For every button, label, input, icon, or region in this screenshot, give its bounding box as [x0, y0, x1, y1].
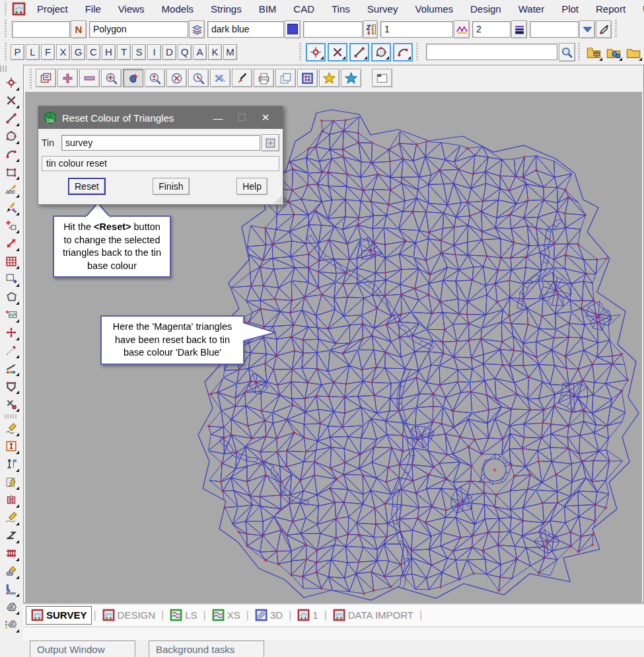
menu-utilities[interactable]: Utilities	[634, 3, 644, 15]
menu-file[interactable]: File	[77, 3, 110, 15]
tab-survey[interactable]: SURVEY	[26, 606, 92, 625]
move-button[interactable]	[3, 324, 20, 341]
target-plus-button[interactable]	[3, 74, 20, 91]
mirror-button[interactable]	[3, 491, 20, 508]
grid-view-button[interactable]	[297, 69, 318, 87]
linestyle-button[interactable]	[454, 20, 470, 38]
rectangle-button[interactable]	[3, 163, 20, 180]
zoom-previous-button[interactable]	[188, 69, 209, 87]
menu-report[interactable]: Report	[587, 3, 634, 15]
pan-button[interactable]	[123, 69, 143, 87]
tin-select-button[interactable]	[262, 134, 279, 151]
function-key-h[interactable]: H	[102, 44, 116, 60]
star-yellow-button[interactable]	[319, 69, 340, 87]
tab-3d[interactable]: 3D	[250, 606, 287, 625]
point-snap-button[interactable]	[306, 43, 326, 61]
railway-button[interactable]	[3, 545, 20, 562]
star-blue-button[interactable]	[341, 69, 361, 87]
image-button[interactable]	[3, 306, 20, 323]
segment-button[interactable]	[3, 110, 20, 127]
app-plan-view-icon[interactable]	[12, 2, 26, 17]
line-snap-button[interactable]	[349, 43, 369, 61]
function-key-s[interactable]: S	[132, 44, 146, 60]
tab-data-import[interactable]: DATA IMPORT	[328, 606, 418, 625]
folder-gears-button[interactable]	[605, 43, 623, 61]
toolbar-grip[interactable]	[415, 42, 419, 61]
menu-cad[interactable]: CAD	[285, 3, 323, 15]
function-key-m[interactable]: M	[223, 44, 237, 60]
arc-button[interactable]	[3, 145, 20, 163]
toolbar-grip[interactable]	[614, 20, 618, 38]
x-cross-button[interactable]	[3, 92, 20, 109]
plus-square-button[interactable]	[3, 217, 20, 234]
hammer-button[interactable]	[3, 562, 20, 580]
colour-input[interactable]	[207, 21, 284, 38]
menu-models[interactable]: Models	[153, 3, 202, 15]
tin-input[interactable]	[61, 135, 260, 151]
function-key-q[interactable]: Q	[178, 44, 192, 60]
output-window-panel[interactable]: Output Window	[30, 640, 135, 657]
toolbar-grip[interactable]	[3, 20, 7, 38]
polygon-button[interactable]	[3, 288, 20, 305]
finish-button[interactable]: Finish	[153, 178, 189, 195]
menu-tins[interactable]: Tins	[323, 3, 359, 15]
folder-cube-button[interactable]	[585, 43, 603, 61]
brush-button[interactable]	[232, 69, 252, 87]
toolbar-grip[interactable]	[577, 42, 581, 61]
reset-button[interactable]: Reset	[68, 178, 106, 195]
measure-button[interactable]	[3, 235, 20, 252]
zoom-inout-button[interactable]	[145, 69, 165, 87]
surveyor-button[interactable]	[3, 455, 20, 473]
toolbar-grip[interactable]	[298, 42, 302, 61]
symbol-input[interactable]	[530, 21, 579, 38]
function-key-d[interactable]: D	[162, 44, 176, 60]
close-button[interactable]: ✕	[254, 112, 277, 124]
resize-grip[interactable]	[274, 196, 282, 204]
delete-cross-button[interactable]	[210, 69, 231, 87]
height-input[interactable]	[303, 21, 363, 38]
colour-swatch-button[interactable]	[285, 20, 301, 38]
folder-plain-button[interactable]	[625, 43, 643, 61]
shield-polygon-button[interactable]	[3, 377, 20, 395]
tab-ls[interactable]: LS	[165, 606, 201, 625]
views-menu-button[interactable]	[36, 69, 56, 87]
tab-1[interactable]: 1	[293, 606, 322, 625]
function-key-p[interactable]: P	[11, 44, 24, 60]
layers-button[interactable]	[189, 20, 205, 38]
pencil-wave-button[interactable]	[3, 420, 20, 437]
colour-line-button[interactable]	[3, 360, 20, 377]
menu-strings[interactable]: Strings	[202, 3, 250, 15]
menu-bim[interactable]: BIM	[250, 3, 285, 15]
toolbar-grip[interactable]	[28, 67, 32, 89]
function-key-k[interactable]: K	[208, 44, 222, 60]
menu-plot[interactable]: Plot	[553, 3, 587, 15]
tin-colour-button[interactable]	[3, 616, 20, 633]
symbol-dropdown-button[interactable]	[579, 20, 595, 38]
i-box-button[interactable]	[3, 438, 20, 455]
circle-snap-button[interactable]	[371, 43, 391, 61]
tab-xs[interactable]: XS	[207, 606, 245, 625]
help-button[interactable]: Help	[236, 178, 268, 195]
menu-survey[interactable]: Survey	[359, 3, 407, 15]
background-tasks-panel[interactable]: Background tasks	[149, 640, 264, 657]
menu-volumes[interactable]: Volumes	[406, 3, 462, 15]
x-point-button[interactable]	[3, 395, 20, 412]
toolbar-grip[interactable]	[0, 65, 7, 72]
tin-button[interactable]	[3, 598, 20, 615]
function-key-t[interactable]: T	[117, 44, 131, 60]
grid-table-button[interactable]	[3, 252, 20, 270]
plus-button[interactable]	[57, 69, 78, 87]
trace-star-button[interactable]	[3, 342, 20, 359]
note-edit-button[interactable]	[3, 473, 20, 490]
function-key-x[interactable]: X	[56, 44, 70, 60]
search-input[interactable]	[426, 44, 557, 60]
arc-snap-button[interactable]	[393, 43, 413, 61]
weight-input[interactable]	[472, 21, 511, 38]
function-key-a[interactable]: A	[193, 44, 207, 60]
name-input[interactable]	[89, 21, 188, 38]
function-key-c[interactable]: C	[87, 44, 100, 60]
weight-button[interactable]	[511, 20, 527, 38]
height-button[interactable]	[363, 20, 378, 38]
menu-design[interactable]: Design	[462, 3, 510, 15]
window-plus-button[interactable]	[3, 270, 20, 288]
